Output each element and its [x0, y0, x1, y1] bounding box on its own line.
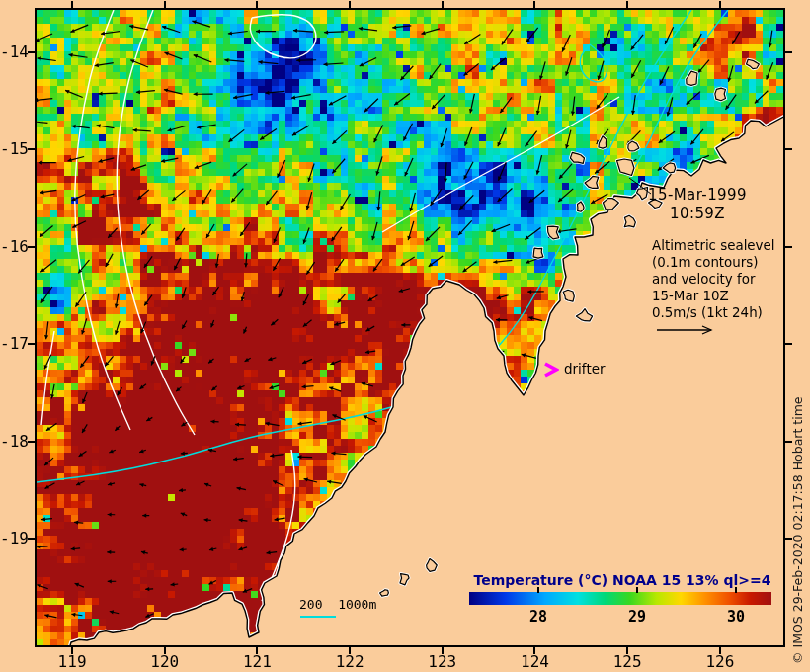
altimetric-line: and velocity for: [652, 271, 775, 288]
y-axis-tick: [28, 538, 35, 540]
y-axis-tick-label: -17: [0, 335, 27, 353]
x-axis-tick-label: 122: [328, 653, 371, 671]
drifter-label: drifter: [564, 361, 606, 377]
y-axis-tick: [28, 51, 35, 53]
drifter-arrow-icon: [543, 362, 559, 378]
x-axis-tick: [349, 1, 351, 8]
x-axis-tick: [71, 1, 73, 8]
y-axis-tick: [785, 343, 792, 345]
x-axis-tick: [164, 1, 166, 8]
y-axis-tick-label: -19: [0, 530, 27, 547]
y-axis-tick: [28, 343, 35, 345]
y-axis-tick-label: -14: [0, 43, 27, 61]
drifter-marker: drifter: [543, 362, 606, 378]
y-axis-tick: [785, 148, 792, 150]
colorbar-tick-label: 30: [721, 608, 751, 626]
scalebar-contour-sample: [300, 616, 336, 618]
altimetric-line: 15-Mar 10Z: [652, 288, 775, 304]
colorbar-gradient: [469, 592, 771, 605]
sst-figure: 119120121122123124125126-14-15-16-17-18-…: [0, 0, 810, 672]
velocity-scale-arrow-icon: [656, 324, 717, 336]
x-axis-tick: [719, 1, 721, 8]
x-axis-tick-label: 125: [606, 653, 649, 671]
colorbar-title: Temperature (°C) NOAA 15 13% ql>=4: [454, 572, 790, 588]
y-axis-tick: [28, 246, 35, 248]
colorbar-tick-label: 28: [524, 608, 553, 626]
scalebar-label: 200 1000m: [299, 597, 376, 612]
y-axis-tick-label: -18: [0, 433, 27, 451]
copyright-text: © IMOS 29-Feb-2020 02:17:58 Hobart time: [790, 376, 805, 664]
colorbar-tick: [636, 587, 638, 593]
x-axis-tick-label: 126: [698, 653, 742, 671]
x-axis-tick-label: 119: [50, 653, 94, 671]
colorbar-tick: [735, 587, 737, 593]
x-axis-tick: [256, 1, 258, 8]
y-axis-tick: [28, 441, 35, 443]
datetime-time: 10:59Z: [640, 205, 755, 223]
x-axis-tick-label: 121: [235, 653, 279, 671]
bathymetry-scale-legend: 200 1000m: [299, 597, 376, 618]
altimetric-annotation: Altimetric sealevel (0.1m contours) and …: [652, 237, 775, 336]
y-axis-tick: [785, 51, 792, 53]
colorbar-tick: [537, 587, 539, 593]
x-axis-tick-label: 124: [513, 653, 556, 671]
y-axis-tick-label: -15: [0, 140, 27, 158]
x-axis-tick: [533, 1, 535, 8]
altimetric-line: Altimetric sealevel: [652, 237, 775, 254]
y-axis-tick: [785, 246, 792, 248]
x-axis-tick: [442, 1, 444, 8]
datetime-annotation: 15-Mar-1999 10:59Z: [640, 186, 755, 223]
x-axis-tick-label: 123: [421, 653, 464, 671]
datetime-date: 15-Mar-1999: [640, 186, 755, 205]
colorbar-tick-label: 29: [622, 608, 652, 626]
y-axis-tick-label: -16: [0, 238, 27, 256]
altimetric-line: (0.1m contours): [652, 254, 775, 271]
x-axis-tick: [626, 1, 628, 8]
x-axis-tick-label: 120: [143, 653, 187, 671]
altimetric-line: 0.5m/s (1kt 24h): [652, 304, 775, 321]
y-axis-tick: [28, 148, 35, 150]
